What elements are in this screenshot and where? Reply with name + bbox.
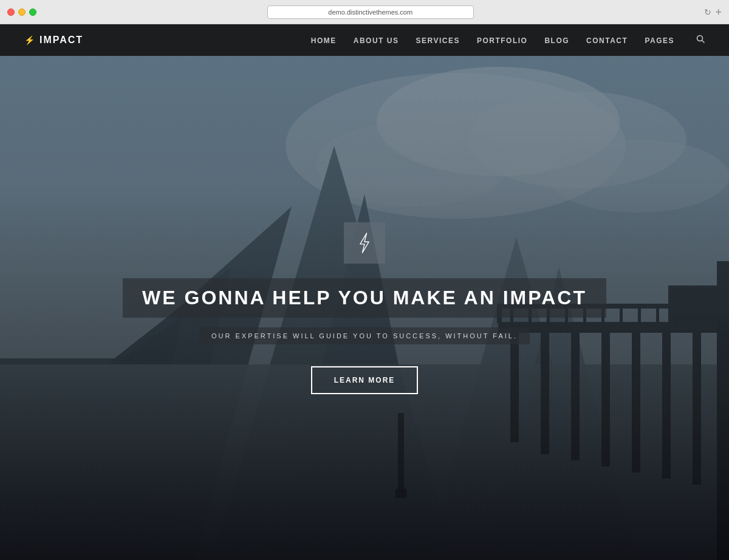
address-bar: demo.distinctivethemes.com <box>41 5 699 19</box>
navbar: ⚡ IMPACT HOME ABOUT US SERVICES PORTFOLI… <box>0 24 729 56</box>
maximize-button[interactable] <box>29 9 36 16</box>
svg-marker-46 <box>360 233 369 252</box>
close-button[interactable] <box>7 9 15 16</box>
nav-item-contact[interactable]: CONTACT <box>586 35 628 46</box>
svg-line-45 <box>702 41 705 43</box>
nav-link-services[interactable]: SERVICES <box>416 36 459 45</box>
lightning-bolt-icon <box>356 232 373 254</box>
traffic-lights <box>7 9 36 16</box>
browser-chrome: demo.distinctivethemes.com ↻ + <box>0 0 729 24</box>
nav-item-pages[interactable]: PAGES <box>645 35 674 46</box>
nav-item-services[interactable]: SERVICES <box>416 35 459 46</box>
minimize-button[interactable] <box>18 9 26 16</box>
nav-item-home[interactable]: HOME <box>311 35 337 46</box>
nav-link-about[interactable]: ABOUT US <box>354 36 399 45</box>
nav-link-home[interactable]: HOME <box>311 36 337 45</box>
nav-item-search[interactable] <box>691 35 705 46</box>
learn-more-button[interactable]: LEARN MORE <box>311 366 419 394</box>
nav-link-pages[interactable]: PAGES <box>645 36 674 45</box>
url-input[interactable]: demo.distinctivethemes.com <box>267 5 474 19</box>
logo-text: IMPACT <box>39 35 83 46</box>
nav-link-portfolio[interactable]: PORTFOLIO <box>477 36 528 45</box>
nav-item-about[interactable]: ABOUT US <box>354 35 399 46</box>
hero-content: WE GONNA HELP YOU MAKE AN IMPACT OUR EXP… <box>0 24 729 560</box>
refresh-icon[interactable]: ↻ <box>704 7 711 17</box>
nav-link-blog[interactable]: BLOG <box>544 36 569 45</box>
logo-bolt-icon: ⚡ <box>24 35 36 45</box>
hero-icon-box <box>344 222 385 264</box>
logo[interactable]: ⚡ IMPACT <box>24 35 83 46</box>
browser-actions: ↻ + <box>704 7 722 18</box>
nav-link-contact[interactable]: CONTACT <box>586 36 628 45</box>
new-tab-button[interactable]: + <box>715 7 722 18</box>
hero-title: WE GONNA HELP YOU MAKE AN IMPACT <box>123 278 606 318</box>
nav-item-portfolio[interactable]: PORTFOLIO <box>477 35 528 46</box>
search-icon[interactable] <box>696 35 705 45</box>
hero-subtitle: OUR EXPERTISE WILL GUIDE YOU TO SUCCESS,… <box>199 327 530 344</box>
nav-menu: HOME ABOUT US SERVICES PORTFOLIO BLOG CO… <box>311 35 705 46</box>
website-container: ⚡ IMPACT HOME ABOUT US SERVICES PORTFOLI… <box>0 24 729 560</box>
nav-item-blog[interactable]: BLOG <box>544 35 569 46</box>
